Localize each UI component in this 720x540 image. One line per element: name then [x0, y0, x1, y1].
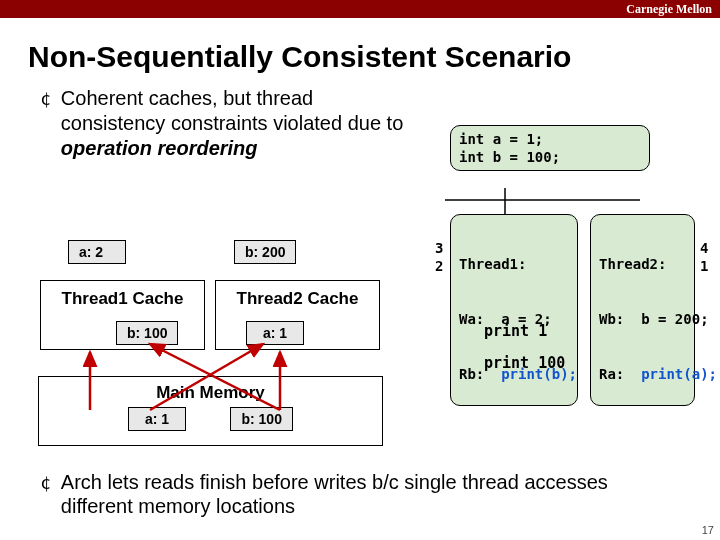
- thread2-print: print(a);: [641, 366, 717, 382]
- bullet-2-text: Arch lets reads finish before writes b/c…: [61, 470, 681, 518]
- bullet-1-text: Coherent caches, but thread consistency …: [61, 86, 416, 161]
- bullet-2: ¢ Arch lets reads finish before writes b…: [40, 470, 681, 518]
- bullet-1-plain: Coherent caches, but thread consistency …: [61, 87, 403, 134]
- brand-label: Carnegie Mellon: [626, 2, 712, 17]
- main-memory: Main Memory a: 1 b: 100: [38, 376, 383, 446]
- thread2-ra: Ra: print(a);: [599, 365, 686, 383]
- page-number: 17: [702, 524, 714, 536]
- thread2-codebox: Thread2: Wb: b = 200; Ra: print(a);: [590, 214, 695, 406]
- print-100: print 100: [484, 354, 565, 372]
- thread2-cache: Thread2 Cache a: 1: [215, 280, 380, 350]
- seq-t1-rb: 2: [435, 258, 443, 274]
- thread2-ra-label: Ra:: [599, 366, 641, 382]
- page-title: Non-Sequentially Consistent Scenario: [28, 40, 720, 74]
- thread2-wb: Wb: b = 200;: [599, 310, 686, 328]
- cache2-cell: a: 1: [246, 321, 304, 345]
- seq-t2-ra: 1: [700, 258, 708, 274]
- bullet-glyph-2: ¢: [40, 472, 51, 493]
- thread1-cache: Thread1 Cache b: 100: [40, 280, 205, 350]
- cache1-label: Thread1 Cache: [41, 281, 204, 313]
- mem-b-cell: b: 100: [230, 407, 292, 431]
- thread2-name: Thread2:: [599, 255, 686, 273]
- cache2-label: Thread2 Cache: [216, 281, 379, 313]
- cache1-cell: b: 100: [116, 321, 178, 345]
- seq-t2-wb: 4: [700, 240, 708, 256]
- reg-a-cell: a: 2: [68, 240, 126, 264]
- reg-b-cell: b: 200: [234, 240, 296, 264]
- thread1-name: Thread1:: [459, 255, 569, 273]
- thread1-codebox: Thread1: Wa: a = 2; Rb: print(b);: [450, 214, 578, 406]
- seq-t1-wa: 3: [435, 240, 443, 256]
- mem-label: Main Memory: [39, 377, 382, 407]
- mem-a-cell: a: 1: [128, 407, 186, 431]
- bullet-glyph: ¢: [40, 88, 51, 109]
- bullet-1-em: operation reordering: [61, 137, 258, 159]
- print-1: print 1: [484, 322, 547, 340]
- init-codebox: int a = 1; int b = 100;: [450, 125, 650, 171]
